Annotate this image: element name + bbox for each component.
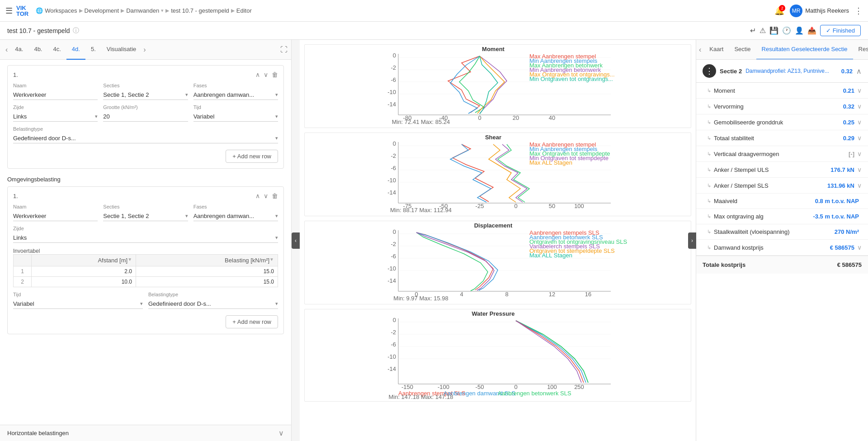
tab-fullscreen-button[interactable]: ⛶	[280, 46, 288, 54]
section2-title: Sectie 2	[720, 68, 742, 75]
result-arrow-icon: ↳	[707, 229, 711, 235]
secties-select-2[interactable]: Sectie 1, Sectie 2	[103, 211, 188, 221]
result-arrow-icon: ↳	[707, 213, 711, 219]
result-damwand-kostprijs-value: € 586575	[830, 244, 854, 251]
undo-button[interactable]: ↵	[750, 26, 756, 35]
card-1-down-button[interactable]: ∨	[264, 71, 268, 78]
card-2-up-button[interactable]: ∧	[255, 192, 260, 199]
belastingtype-select-1[interactable]: Gedefinieerd door D-s...	[13, 133, 278, 143]
tab-4c[interactable]: 4c.	[47, 40, 66, 60]
totale-kostprijs-value: € 586575	[837, 261, 862, 268]
result-verticaal-expand-button[interactable]: ∨	[857, 150, 862, 157]
result-maaiveld-value: 0.8 m t.o.v. NAP	[815, 198, 859, 204]
svg-text:-10: -10	[387, 177, 396, 184]
section2-subtitle[interactable]: Damwandprofiel: AZ13, Puntnive...	[745, 68, 838, 74]
breadcrumb-development[interactable]: Development	[85, 7, 119, 14]
notification-bell-button[interactable]: 🔔 2	[774, 6, 784, 16]
tab-resultaten-geselecteerde-sectie[interactable]: Resultaten Geselecteerde Sectie	[756, 40, 853, 60]
tab-sectie[interactable]: Sectie	[729, 40, 756, 60]
result-anker-sls-expand-button[interactable]: ∨	[857, 182, 862, 189]
card-2-down-button[interactable]: ∨	[264, 192, 268, 199]
share-button[interactable]: 👤	[795, 26, 804, 35]
svg-text:-14: -14	[387, 277, 396, 284]
result-anker-uls-label: Anker / Stempel ULS	[714, 166, 830, 173]
bottom-bar-expand-button[interactable]: ∨	[278, 429, 284, 437]
tab-next-button[interactable]: ›	[142, 44, 147, 56]
tab-visualisatie[interactable]: Visualisatie	[101, 40, 142, 60]
tijd-group-2: Tijd Variabel	[13, 292, 143, 309]
svg-text:Min: 88.17  Max: 112.94: Min: 88.17 Max: 112.94	[390, 207, 452, 213]
tab-4b[interactable]: 4b.	[28, 40, 47, 60]
result-arrow-icon: ↳	[707, 167, 711, 173]
row-1-afstand[interactable]: 2.0	[32, 266, 136, 277]
finished-button[interactable]: ✓ Finished	[820, 25, 861, 36]
result-vervorming-value: 0.32	[843, 103, 854, 110]
secties-label-2: Secties	[103, 204, 188, 209]
svg-text:-6: -6	[391, 165, 396, 171]
tijd-select-1[interactable]: Variabel	[193, 112, 278, 122]
tab-prev-button[interactable]: ‹	[4, 44, 9, 56]
card-1-up-button[interactable]: ∧	[255, 71, 260, 78]
tab-resultaten-overzicht[interactable]: Resultaten Overzicht	[853, 40, 868, 60]
nav-right: 🔔 2 MR Matthijs Reekers ⋮	[774, 5, 863, 17]
belastingtype-select-2[interactable]: Gedefinieerd door D-s...	[148, 299, 278, 309]
card-2-delete-button[interactable]: 🗑	[272, 192, 278, 199]
tab-kaart[interactable]: Kaart	[704, 40, 729, 60]
save-button[interactable]: 💾	[769, 26, 778, 35]
breadcrumb-damwanden[interactable]: Damwanden ▾	[126, 7, 164, 14]
naam-input-2[interactable]	[13, 211, 98, 221]
fases-select-2[interactable]: Aanbrengen damwan...	[193, 211, 278, 221]
fases-select-1[interactable]: Aanbrengen damwan...	[193, 90, 278, 100]
naam-input-1[interactable]	[13, 90, 98, 100]
secties-select-wrapper-2: Sectie 1, Sectie 2	[103, 211, 188, 221]
svg-text:4: 4	[460, 291, 463, 298]
info-icon[interactable]: ⓘ	[73, 27, 79, 35]
breadcrumb-project[interactable]: test 10.7 - gestempeld	[171, 7, 229, 14]
card-1-row-3: Belastingtype Gedefinieerd door D-s...	[13, 126, 278, 143]
more-options-button[interactable]: ⋮	[854, 6, 863, 16]
tab-5[interactable]: 5.	[85, 40, 101, 60]
export-button[interactable]: 📤	[807, 26, 816, 35]
card-1-delete-button[interactable]: 🗑	[272, 71, 278, 78]
tab-4a[interactable]: 4a.	[9, 40, 28, 60]
left-scrollable-content: 1. ∧ ∨ 🗑 Naam Secties	[0, 60, 291, 425]
result-arrow-icon: ↳	[707, 183, 711, 189]
zijde-select-2[interactable]: Links	[13, 233, 278, 243]
charts-container: Moment 0 -2 -6 -10 -14 -80 -40 0	[300, 40, 696, 441]
secties-select-1[interactable]: Sectie 1, Sectie 2	[103, 90, 188, 100]
hamburger-icon[interactable]: ☰	[5, 6, 13, 16]
row-1-id: 1	[14, 266, 32, 277]
row-2-belasting[interactable]: 15.0	[136, 277, 278, 287]
card-1-row-2: Zijde Links Grootte (kN/m²) Tijd	[13, 104, 278, 122]
breadcrumb: 🌐 Workspaces ▶ Development ▶ Damwanden ▾…	[36, 7, 771, 14]
warning-button[interactable]: ⚠	[760, 26, 766, 35]
history-button[interactable]: 🕐	[782, 26, 791, 35]
svg-text:8: 8	[505, 291, 508, 298]
breadcrumb-workspaces[interactable]: 🌐 Workspaces	[36, 7, 77, 14]
row-2-afstand[interactable]: 10.0	[32, 277, 136, 287]
tab-4d[interactable]: 4d.	[66, 40, 85, 60]
result-moment-expand-button[interactable]: ∨	[857, 87, 862, 94]
section2-expand-button[interactable]: ∧	[856, 67, 862, 76]
right-tab-prev-button[interactable]: ‹	[696, 44, 704, 56]
collapse-left-panel-button[interactable]: ‹	[292, 232, 300, 249]
breadcrumb-editor[interactable]: Editor	[236, 7, 252, 14]
more-options-section-button[interactable]: ⋮	[703, 64, 716, 78]
table-row: 1 2.0 15.0	[14, 266, 278, 277]
add-row-button-2[interactable]: + Add new row	[226, 315, 278, 328]
result-vervorming-expand-button[interactable]: ∨	[857, 103, 862, 110]
result-damwand-kostprijs-expand-button[interactable]: ∨	[857, 244, 862, 251]
row-1-belasting[interactable]: 15.0	[136, 266, 278, 277]
grootte-label-1: Grootte (kN/m²)	[103, 104, 188, 110]
user-menu[interactable]: MR Matthijs Reekers	[790, 5, 849, 17]
grootte-input-1[interactable]	[103, 112, 188, 122]
add-row-button-1[interactable]: + Add new row	[226, 150, 278, 163]
result-damwand-kostprijs: ↳ Damwand kostprijs € 586575 ∨	[696, 240, 868, 256]
result-totaal-stabiliteit-expand-button[interactable]: ∨	[857, 134, 862, 142]
result-arrow-icon: ↳	[707, 198, 711, 204]
result-gemobiliseerde-expand-button[interactable]: ∨	[857, 119, 862, 126]
zijde-select-1[interactable]: Links	[13, 112, 98, 122]
result-anker-uls-expand-button[interactable]: ∨	[857, 166, 862, 173]
tijd-select-2[interactable]: Variabel	[13, 299, 143, 309]
collapse-right-panel-button[interactable]: ›	[688, 232, 696, 249]
